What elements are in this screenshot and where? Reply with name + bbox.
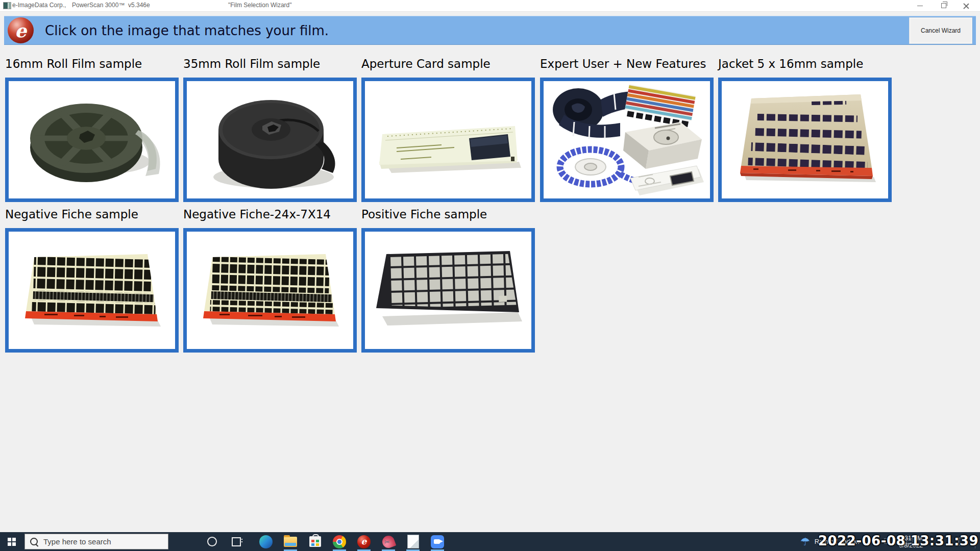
zoom-camera-icon (431, 535, 444, 548)
cortana-button[interactable] (202, 532, 222, 551)
taskbar-app-file-explorer[interactable] (278, 532, 303, 551)
close-button[interactable] (954, 0, 978, 11)
microsoft-store-icon (309, 536, 321, 547)
tile-label-negative-fiche: Negative Fiche sample (5, 208, 138, 221)
taskbar-app-chrome[interactable] (327, 532, 352, 551)
jacket-image (722, 81, 888, 198)
minimize-icon (917, 6, 923, 6)
negative-fiche-image (9, 232, 175, 349)
edge-icon (259, 535, 273, 548)
tile-label-expert: Expert User + New Features (540, 57, 706, 70)
notepad-icon (407, 535, 419, 548)
taskbar: e ☂ Rain off and on 1:31 PM 6/8/2022 202… (0, 532, 980, 551)
taskbar-search[interactable] (24, 534, 168, 549)
wizard-header: e Click on the image that matches your f… (4, 16, 976, 45)
tile-negative-fiche-24x[interactable] (183, 228, 357, 353)
tile-35mm-roll-film[interactable] (183, 78, 357, 202)
tile-label-aperture: Aperture Card sample (361, 57, 491, 70)
35mm-roll-image (187, 81, 353, 198)
close-icon (963, 3, 969, 9)
camera-glyph (434, 539, 440, 544)
positive-fiche-image (365, 232, 531, 349)
tile-16mm-roll-film[interactable] (5, 78, 179, 202)
titlebar-version: v5.346e (128, 2, 150, 9)
taskbar-app-notepad[interactable] (401, 532, 425, 551)
tile-negative-fiche[interactable] (5, 228, 179, 353)
cortana-icon (207, 537, 217, 546)
expert-collage-image (544, 81, 710, 198)
powerscan-window: e-ImageData Corp., PowerScan 3000™ v5.34… (0, 0, 980, 551)
titlebar: e-ImageData Corp., PowerScan 3000™ v5.34… (0, 0, 980, 12)
search-icon (30, 538, 38, 545)
wizard-instruction: Click on the image that matches your fil… (45, 23, 329, 38)
windows-logo-icon (8, 538, 16, 546)
tile-label-negative-fiche-24x: Negative Fiche-24x-7X14 (183, 208, 331, 221)
task-view-button[interactable] (226, 532, 247, 551)
snip-tool-icon (381, 534, 397, 549)
task-view-icon (232, 537, 241, 546)
tile-label-35mm: 35mm Roll Film sample (183, 57, 320, 70)
taskbar-app-edge[interactable] (254, 532, 278, 551)
timestamp-overlay: 2022-06-08 13:31:39 (818, 533, 978, 548)
start-button[interactable] (0, 532, 23, 551)
tile-label-16mm: 16mm Roll Film sample (5, 57, 142, 70)
e-imagedata-app-icon: e (357, 535, 371, 548)
aperture-card-image (365, 81, 531, 198)
restore-icon (941, 3, 946, 8)
e-imagedata-logo: e (8, 17, 34, 43)
titlebar-vendor: e-ImageData Corp., (12, 2, 66, 9)
tile-label-jacket: Jacket 5 x 16mm sample (718, 57, 863, 70)
tile-expert-user[interactable] (540, 78, 714, 202)
tile-positive-fiche[interactable] (361, 228, 535, 353)
taskbar-app-zoom[interactable] (425, 532, 450, 551)
titlebar-wizard-title: "Film Selection Wizard" (228, 2, 292, 9)
taskbar-app-snip[interactable] (376, 532, 401, 551)
restore-button[interactable] (932, 0, 955, 11)
16mm-reel-image (9, 81, 175, 198)
tile-aperture-card[interactable] (361, 78, 535, 202)
umbrella-rain-icon: ☂ (800, 536, 810, 548)
taskbar-app-store[interactable] (303, 532, 327, 551)
search-input[interactable] (42, 537, 168, 546)
minimize-button[interactable] (908, 0, 932, 11)
pinned-apps: e (254, 532, 450, 551)
file-explorer-icon (284, 537, 297, 547)
tile-jacket-5x16mm[interactable] (718, 78, 892, 202)
chrome-icon (333, 535, 346, 548)
tile-label-positive-fiche: Positive Fiche sample (361, 208, 487, 221)
app-window-icon (3, 2, 11, 9)
negative-fiche-24x-image (187, 232, 353, 349)
cancel-wizard-button[interactable]: Cancel Wizard (909, 17, 972, 44)
titlebar-product: PowerScan 3000™ (72, 2, 125, 9)
taskbar-app-powerscan[interactable]: e (352, 532, 376, 551)
